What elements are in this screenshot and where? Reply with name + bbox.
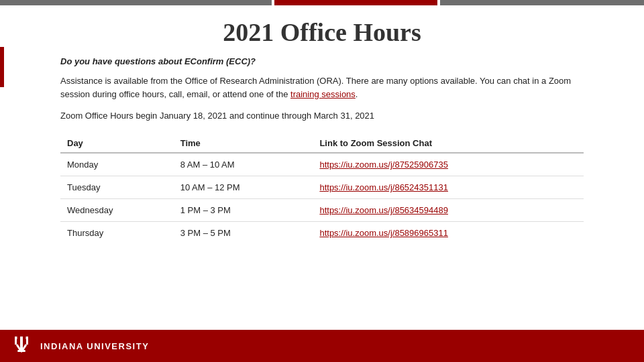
table-header: Day Time Link to Zoom Session Chat <box>60 133 584 153</box>
zoom-link[interactable]: https://iu.zoom.us/j/85896965311 <box>319 228 448 238</box>
subtitle: Do you have questions about EConfirm (EC… <box>60 56 584 66</box>
description: Assistance is available from the Office … <box>60 74 584 101</box>
zoom-link[interactable]: https://iu.zoom.us/j/87525906735 <box>319 160 448 170</box>
cell-time: 10 AM – 12 PM <box>174 176 313 199</box>
svg-rect-3 <box>15 337 17 339</box>
cell-day: Thursday <box>60 222 174 245</box>
top-bars <box>0 0 644 5</box>
office-hours-table: Day Time Link to Zoom Session Chat Monda… <box>60 133 584 244</box>
description-text-part2: . <box>356 89 358 99</box>
page-title: 2021 Office Hours <box>60 5 584 56</box>
cell-time: 8 AM – 10 AM <box>174 153 313 176</box>
iu-trident-icon <box>11 335 32 357</box>
svg-rect-5 <box>17 350 25 352</box>
bar-1 <box>0 0 272 5</box>
col-header-link: Link to Zoom Session Chat <box>313 133 584 153</box>
col-header-time: Time <box>174 133 313 153</box>
table-row: Tuesday10 AM – 12 PMhttps://iu.zoom.us/j… <box>60 176 584 199</box>
cell-link: https://iu.zoom.us/j/85896965311 <box>313 222 584 245</box>
table-row: Monday8 AM – 10 AMhttps://iu.zoom.us/j/8… <box>60 153 584 176</box>
cell-day: Monday <box>60 153 174 176</box>
cell-link: https://iu.zoom.us/j/86524351131 <box>313 176 584 199</box>
zoom-link[interactable]: https://iu.zoom.us/j/86524351131 <box>319 182 448 192</box>
cell-link: https://iu.zoom.us/j/87525906735 <box>313 153 584 176</box>
bar-2 <box>274 0 437 5</box>
svg-rect-4 <box>26 337 29 339</box>
bar-3 <box>440 0 644 5</box>
cell-day: Tuesday <box>60 176 174 199</box>
table-row: Thursday3 PM – 5 PMhttps://iu.zoom.us/j/… <box>60 222 584 245</box>
cell-day: Wednesday <box>60 199 174 222</box>
cell-time: 3 PM – 5 PM <box>174 222 313 245</box>
date-range: Zoom Office Hours begin January 18, 2021… <box>60 111 584 121</box>
main-content: 2021 Office Hours Do you have questions … <box>0 5 644 244</box>
cell-time: 1 PM – 3 PM <box>174 199 313 222</box>
university-label: INDIANA UNIVERSITY <box>40 341 149 351</box>
footer-bar: INDIANA UNIVERSITY <box>0 330 644 362</box>
table-body: Monday8 AM – 10 AMhttps://iu.zoom.us/j/8… <box>60 153 584 244</box>
iu-logo <box>11 335 32 357</box>
table-header-row: Day Time Link to Zoom Session Chat <box>60 133 584 153</box>
left-accent-bar <box>0 47 4 87</box>
cell-link: https://iu.zoom.us/j/85634594489 <box>313 199 584 222</box>
col-header-day: Day <box>60 133 174 153</box>
table-row: Wednesday1 PM – 3 PMhttps://iu.zoom.us/j… <box>60 199 584 222</box>
zoom-link[interactable]: https://iu.zoom.us/j/85634594489 <box>319 205 448 215</box>
training-sessions-link[interactable]: training sessions <box>290 89 356 99</box>
